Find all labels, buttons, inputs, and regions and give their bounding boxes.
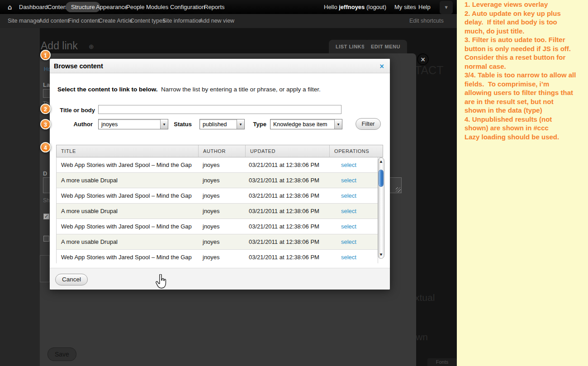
toolbar-toggle-button[interactable]: ▼ [440, 1, 453, 14]
textarea-resize-handle[interactable] [396, 187, 401, 192]
title-or-body-input[interactable] [98, 105, 341, 114]
column-header-author[interactable]: AUTHOR [198, 145, 245, 157]
shortcut-add-content[interactable]: Add content [39, 14, 69, 28]
row-title: Web App Stories with Jared Spool – Mind … [57, 188, 198, 203]
show-help-text: Sh [43, 197, 50, 204]
row-title: A more usable Drupal [57, 204, 198, 219]
type-select-arrow-icon: ▼ [334, 119, 342, 129]
checkbox-unchecked[interactable] [43, 236, 49, 242]
greeting-prefix: Hello [324, 4, 339, 10]
menu-item-structure[interactable]: Structure [66, 2, 100, 12]
results-table-header: TITLE AUTHOR UPDATED OPERATIONS [56, 145, 383, 157]
row-author: jnoyes [198, 173, 245, 188]
column-header-updated[interactable]: UPDATED [245, 145, 329, 157]
save-button[interactable]: Save [47, 347, 76, 361]
username: jeffnoyes [339, 4, 365, 10]
menu-item-my-sites[interactable]: My sites [394, 0, 416, 14]
table-scrollbar[interactable]: ▲ ▼ [378, 157, 384, 259]
select-link[interactable]: select [341, 254, 356, 261]
column-header-title[interactable]: TITLE [57, 145, 198, 157]
dialog-title: Browse content [54, 59, 103, 73]
annotation-badge-4: 4 [40, 142, 51, 152]
menu-item-configuration[interactable]: Configuration [170, 0, 205, 14]
shortcut-content-types[interactable]: Content types [130, 14, 165, 28]
menu-item-modules[interactable]: Modules [146, 0, 168, 14]
select-link[interactable]: select [341, 162, 356, 168]
annotation-badge-2: 2 [40, 104, 51, 114]
tab-edit-menu[interactable]: EDIT MENU [364, 40, 407, 54]
row-updated: 03/21/2011 at 12:38:06 PM [245, 250, 329, 263]
edit-shortcuts-link[interactable]: Edit shortcuts [409, 14, 444, 28]
select-link[interactable]: select [341, 208, 356, 214]
menu-item-appearance[interactable]: Appearance [96, 0, 128, 14]
title-or-body-label: Title or body [59, 107, 95, 114]
note-2: 2. Auto update on key up plus delay. If … [465, 9, 576, 36]
dialog-description: Select the content to link to below. Nar… [57, 86, 321, 93]
menu-item-content[interactable]: Content [47, 0, 68, 14]
row-author: jnoyes [198, 157, 245, 172]
add-circle-icon[interactable]: ⊕ [89, 43, 94, 50]
row-author: jnoyes [198, 188, 245, 203]
dimmed-site-margin [0, 28, 40, 366]
checkbox-checked[interactable]: ✓ [43, 214, 49, 219]
filter-button[interactable]: Filter [356, 118, 381, 130]
admin-toolbar: ⌂ Dashboard Content Structure Appearance… [0, 0, 457, 14]
author-select[interactable]: jnoyes ▼ [98, 119, 168, 129]
scroll-down-icon[interactable]: ▼ [378, 253, 384, 257]
shortcut-add-new-view[interactable]: Add new view [199, 14, 234, 28]
user-greeting: Hello jeffnoyes (logout) [324, 0, 386, 14]
type-select[interactable]: Knowledge base item ▼ [270, 119, 342, 129]
row-title: Web App Stories with Jared Spool – Mind … [57, 157, 198, 172]
site-text-fragment-contact: TACT [415, 64, 443, 77]
author-label: Author [63, 121, 93, 128]
fonts-widget-badge[interactable]: Fonts [427, 358, 457, 366]
row-author: jnoyes [198, 219, 245, 234]
dialog-description-rest: Narrow the list by entering a title or p… [158, 86, 321, 93]
dialog-description-bold: Select the content to link to below. [57, 86, 158, 93]
pointer-hand-cursor [155, 274, 167, 291]
scroll-up-icon[interactable]: ▲ [378, 160, 384, 163]
row-title: A more usable Drupal [57, 173, 198, 188]
scrollbar-thumb[interactable] [379, 170, 384, 187]
logout-link[interactable]: (logout) [365, 4, 386, 10]
select-link[interactable]: select [341, 238, 356, 245]
shortcut-create-article[interactable]: Create Article [99, 14, 133, 28]
select-link[interactable]: select [341, 177, 356, 184]
author-select-value: jnoyes [99, 119, 160, 129]
column-header-operations[interactable]: OPERATIONS [329, 145, 383, 157]
select-link[interactable]: select [341, 223, 356, 230]
table-row: A more usable Drupal jnoyes 03/21/2011 a… [57, 234, 378, 250]
label-field-label: La [43, 81, 50, 88]
row-title: Web App Stories with Jared Spool – Mind … [57, 250, 198, 263]
shortcut-site-information[interactable]: Site information [162, 14, 202, 28]
home-icon[interactable]: ⌂ [8, 3, 12, 11]
dialog-close-icon[interactable]: × [379, 59, 384, 73]
table-row: A more usable Drupal jnoyes 03/21/2011 a… [57, 173, 378, 188]
shortcut-site-manager[interactable]: Site manager [8, 14, 41, 28]
table-row: Web App Stories with Jared Spool – Mind … [57, 219, 378, 234]
note-3-4: 3/4. Table is too narrow to allow all fi… [465, 71, 576, 115]
shortcut-find-content[interactable]: Find content [68, 14, 100, 28]
row-title: Web App Stories with Jared Spool – Mind … [57, 219, 198, 234]
note-lazy-loading: Lazy loading should be used. [465, 133, 576, 142]
table-row-clipped: Web App Stories with Jared Spool – Mind … [57, 250, 378, 263]
row-updated: 03/21/2011 at 12:38:06 PM [245, 157, 329, 172]
dialog-titlebar[interactable]: Browse content × [50, 59, 390, 73]
menu-item-help[interactable]: Help [418, 0, 431, 14]
overlay-close-button[interactable]: × [417, 53, 429, 65]
table-row: Web App Stories with Jared Spool – Mind … [57, 157, 378, 173]
row-author: jnoyes [198, 234, 245, 249]
select-link[interactable]: select [341, 192, 356, 199]
row-updated: 03/21/2011 at 12:38:06 PM [245, 188, 329, 203]
row-updated: 03/21/2011 at 12:38:06 PM [245, 204, 329, 219]
site-text-fragment-textual: xtual [415, 292, 435, 303]
row-title: A more usable Drupal [57, 234, 198, 249]
type-select-value: Knowledge base item [270, 119, 334, 129]
menu-item-people[interactable]: People [126, 0, 144, 14]
note-3: 3. Filter is auto udate too. Filter butt… [465, 35, 576, 71]
menu-item-dashboard[interactable]: Dashboard [19, 0, 48, 14]
menu-item-reports[interactable]: Reports [204, 0, 225, 14]
note-4: 4. Unpublished results (not shown) are s… [465, 115, 576, 133]
cancel-button[interactable]: Cancel [55, 274, 88, 285]
fieldset-edge [40, 255, 50, 282]
